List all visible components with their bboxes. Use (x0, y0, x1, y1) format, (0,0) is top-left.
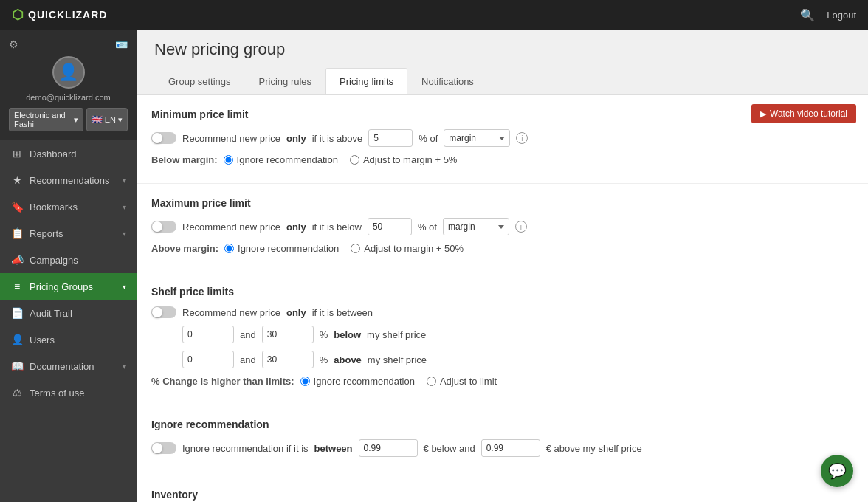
info-icon[interactable]: i (515, 221, 527, 233)
chat-button[interactable]: 💬 (821, 455, 853, 487)
below-margin-ignore-radio[interactable]: Ignore recommendation (224, 154, 338, 165)
sidebar-item-recommendations[interactable]: ★ Recommendations ▾ (0, 167, 137, 193)
euro-below-text: € below and (424, 443, 475, 454)
change-higher-adjust-radio[interactable]: Adjust to limit (427, 376, 497, 387)
chevron-icon: ▾ (123, 283, 126, 291)
page-title: New pricing group (154, 40, 850, 59)
chevron-icon: ▾ (123, 176, 126, 185)
sidebar-item-label: Dashboard (30, 148, 77, 159)
inventory-title: Inventory (151, 489, 853, 501)
percent-of-text: % of (418, 133, 438, 144)
my-shelf-text-2: my shelf price (368, 354, 427, 365)
shelf-above-input-1[interactable] (182, 351, 234, 368)
ignore-rec-text-1: Ignore recommendation if it is (182, 443, 309, 454)
content-area: ▶ Watch video tutorial Minimum price lim… (137, 94, 868, 502)
max-price-margin-select[interactable]: margin cost list price (443, 218, 509, 235)
max-price-row: Recommend new price only if it is below … (151, 218, 853, 235)
sidebar-item-label: Pricing Groups (30, 281, 93, 292)
avatar: 👤 (52, 56, 85, 89)
settings-icon[interactable]: ⚙ (9, 38, 18, 50)
sidebar-item-bookmarks[interactable]: 🔖 Bookmarks ▾ (0, 193, 137, 220)
sidebar-item-campaigns[interactable]: 📣 Campaigns (0, 247, 137, 273)
flag-icon: 🇬🇧 (92, 114, 103, 125)
search-icon[interactable]: 🔍 (800, 8, 815, 22)
above-bold-text: above (334, 354, 362, 365)
shelf-above-input-2[interactable] (262, 351, 314, 368)
chevron-icon: ▾ (123, 362, 126, 371)
min-price-input[interactable] (368, 129, 413, 147)
language-selector[interactable]: 🇬🇧 EN ▾ (86, 108, 128, 131)
below-bold-text: below (334, 329, 361, 340)
shelf-between-text: if it is between (312, 307, 373, 318)
shelf-below-row: and % below my shelf price (151, 326, 853, 343)
minimum-price-limit-title: Minimum price limit (151, 109, 853, 120)
ignore-rec-toggle[interactable] (151, 442, 176, 454)
percent-of-text: % of (418, 221, 437, 233)
change-higher-radio-group: Ignore recommendation Adjust to limit (300, 376, 497, 387)
max-price-toggle[interactable] (151, 221, 176, 233)
below-margin-label: Below margin: (151, 154, 218, 165)
tab-pricing-limits[interactable]: Pricing limits (326, 68, 407, 94)
ignore-recommendation-section: Ignore recommendation Ignore recommendat… (137, 405, 868, 475)
sidebar: ⚙ 🪪 👤 demo@quicklizard.com Electronic an… (0, 30, 137, 502)
main-header: New pricing group Group settings Pricing… (137, 30, 868, 94)
sidebar-item-label: Reports (30, 228, 63, 239)
ignore-rec-below-input[interactable] (359, 439, 418, 457)
sidebar-profile-top: ⚙ 🪪 (9, 38, 128, 50)
play-icon: ▶ (760, 109, 766, 119)
recommend-text-2: if it is below (312, 221, 362, 233)
maximum-price-limit-title: Maximum price limit (151, 197, 853, 209)
shelf-below-input-2[interactable] (262, 326, 314, 343)
tab-group-settings[interactable]: Group settings (154, 68, 245, 94)
and-text: and (240, 354, 256, 365)
sidebar-item-label: Documentation (30, 361, 94, 372)
main-content: New pricing group Group settings Pricing… (137, 30, 868, 502)
change-higher-row: % Change is higher than limits: Ignore r… (151, 376, 853, 387)
above-margin-ignore-radio[interactable]: Ignore recommendation (224, 243, 339, 254)
shelf-price-limits-section: Shelf price limits Recommend new price o… (137, 272, 868, 405)
min-price-toggle[interactable] (151, 132, 176, 144)
shelf-price-toggle[interactable] (151, 306, 176, 318)
tab-pricing-rules[interactable]: Pricing rules (245, 68, 326, 94)
ignore-recommendation-title: Ignore recommendation (151, 419, 853, 430)
sidebar-item-audit-trail[interactable]: 📄 Audit Trail (0, 300, 137, 326)
and-text: and (240, 329, 256, 340)
below-margin-row: Below margin: Ignore recommendation Adju… (151, 154, 853, 165)
logout-button[interactable]: Logout (827, 10, 856, 21)
card-icon[interactable]: 🪪 (115, 38, 128, 50)
shelf-recommend-text: Recommend new price (182, 307, 280, 318)
shelf-below-input-1[interactable] (182, 326, 234, 343)
ignore-rec-above-input[interactable] (481, 439, 540, 457)
above-margin-adjust-radio[interactable]: Adjust to margin + 50% (351, 243, 464, 254)
above-margin-row: Above margin: Ignore recommendation Adju… (151, 243, 853, 254)
sidebar-item-pricing-groups[interactable]: ≡ Pricing Groups ▾ (0, 273, 137, 300)
logo-text: QUICKLIZARD (28, 9, 107, 21)
documentation-icon: 📖 (10, 360, 24, 372)
change-higher-ignore-radio[interactable]: Ignore recommendation (300, 376, 415, 387)
shelf-price-limits-title: Shelf price limits (151, 286, 853, 298)
euro-above-text: € above my shelf price (546, 443, 642, 454)
watch-video-button[interactable]: ▶ Watch video tutorial (751, 104, 856, 123)
chevron-icon: ▾ (123, 203, 126, 211)
max-price-input[interactable] (368, 218, 412, 235)
only-text: only (286, 221, 306, 233)
sidebar-item-terms-of-use[interactable]: ⚖ Terms of use (0, 379, 137, 406)
min-price-margin-select[interactable]: margin cost list price (444, 129, 510, 147)
dashboard-icon: ⊞ (10, 148, 24, 159)
sidebar-item-documentation[interactable]: 📖 Documentation ▾ (0, 353, 137, 379)
below-margin-adjust-radio[interactable]: Adjust to margin + 5% (350, 154, 458, 165)
recommend-text-2: if it is above (312, 133, 363, 144)
maximum-price-limit-section: Maximum price limit Recommend new price … (137, 184, 868, 272)
topbar: ⬡ QUICKLIZARD 🔍 Logout (0, 0, 868, 30)
info-icon[interactable]: i (516, 132, 528, 144)
store-selector[interactable]: Electronic and Fashi ▾ (9, 108, 83, 131)
sidebar-item-label: Recommendations (30, 175, 109, 186)
sidebar-item-dashboard[interactable]: ⊞ Dashboard (0, 140, 137, 167)
tab-notifications[interactable]: Notifications (407, 68, 488, 94)
sidebar-profile: ⚙ 🪪 👤 demo@quicklizard.com Electronic an… (0, 30, 137, 140)
audit-trail-icon: 📄 (10, 307, 24, 319)
sidebar-item-reports[interactable]: 📋 Reports ▾ (0, 220, 137, 247)
sidebar-item-users[interactable]: 👤 Users (0, 326, 137, 353)
logo[interactable]: ⬡ QUICKLIZARD (12, 7, 107, 23)
chevron-icon: ▾ (123, 230, 126, 238)
